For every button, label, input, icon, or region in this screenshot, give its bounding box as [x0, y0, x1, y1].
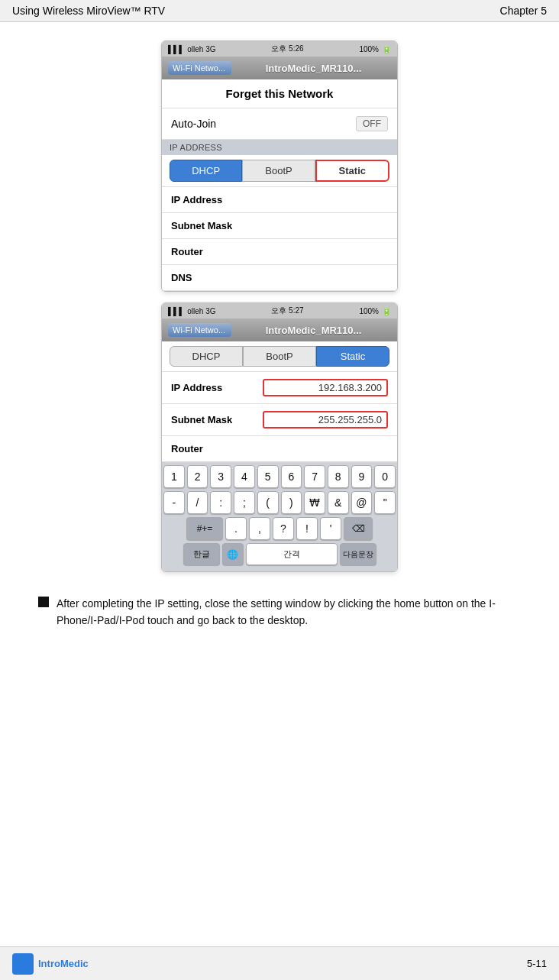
bullet-section: After completing the IP setting, close t…	[31, 583, 528, 642]
nav-back-button-1[interactable]: Wi-Fi Netwo...	[168, 61, 231, 75]
key-won[interactable]: ₩	[304, 491, 325, 514]
signal-icon-2: ▌▌▌	[168, 307, 184, 315]
key-comma[interactable]: ,	[249, 517, 270, 540]
key-1[interactable]: 1	[163, 465, 185, 488]
bullet-text: After completing the IP setting, close t…	[57, 595, 521, 629]
dns-label-1: DNS	[171, 272, 263, 283]
bullet-icon	[38, 597, 49, 607]
key-3[interactable]: 3	[210, 465, 231, 488]
key-colon[interactable]: :	[210, 491, 231, 514]
forget-network-label: Forget this Network	[226, 87, 334, 100]
ip-mode-dhcp-1[interactable]: DHCP	[170, 160, 242, 182]
key-2[interactable]: 2	[187, 465, 208, 488]
dns-field-1: DNS	[162, 265, 397, 291]
subnet-mask-label-1: Subnet Mask	[171, 220, 263, 231]
forget-network-row[interactable]: Forget this Network	[162, 79, 397, 108]
ip-mode-static-1[interactable]: Static	[315, 160, 389, 182]
subnet-mask-value-2[interactable]: 255.255.255.0	[263, 411, 388, 429]
battery-text: 100%	[359, 45, 379, 53]
ip-address-label-2: IP Address	[171, 382, 263, 393]
nav-title-2: IntroMedic_MR110...	[236, 325, 391, 336]
signal-icon: ▌▌▌	[168, 45, 184, 53]
subnet-mask-label-2: Subnet Mask	[171, 414, 263, 425]
key-hangul[interactable]: 한글	[183, 543, 220, 565]
router-field-2: Router	[162, 436, 397, 462]
subnet-mask-field-2: Subnet Mask 255.255.255.0	[162, 404, 397, 436]
page-footer: IntroMedic 5-11	[0, 946, 559, 980]
ip-mode-static-2[interactable]: Static	[316, 346, 389, 367]
keyboard-row-symbols: - / : ; ( ) ₩ & @ "	[163, 491, 396, 514]
auto-join-row: Auto-Join OFF	[162, 108, 397, 140]
nav-title-1: IntroMedic_MR110...	[236, 63, 391, 74]
key-slash[interactable]: /	[187, 491, 208, 514]
nav-back-button-2[interactable]: Wi-Fi Netwo...	[168, 323, 231, 337]
keyboard-row-language: 한글 🌐 간격 다음문장	[163, 543, 396, 565]
key-8[interactable]: 8	[328, 465, 349, 488]
nav-bar-2: Wi-Fi Netwo... IntroMedic_MR110...	[162, 319, 397, 341]
subnet-mask-field-1: Subnet Mask	[162, 213, 397, 239]
keyboard-row-numbers: 1 2 3 4 5 6 7 8 9 0	[163, 465, 396, 488]
router-field-1: Router	[162, 239, 397, 265]
carrier-text-2: olleh 3G	[187, 307, 215, 315]
auto-join-label: Auto-Join	[171, 118, 216, 130]
ip-mode-bootp-1[interactable]: BootP	[242, 160, 315, 182]
footer-logo: IntroMedic	[12, 953, 89, 975]
keyboard: 1 2 3 4 5 6 7 8 9 0 - / : ; ( ) ₩ &	[162, 462, 397, 571]
time-text-2: 오후 5:27	[271, 306, 303, 316]
footer-logo-text: IntroMedic	[38, 958, 89, 969]
ip-mode-dhcp-2[interactable]: DHCP	[170, 346, 243, 367]
nav-bar-1: Wi-Fi Netwo... IntroMedic_MR110...	[162, 57, 397, 79]
key-close-paren[interactable]: )	[281, 491, 302, 514]
ip-address-field-1: IP Address	[162, 187, 397, 213]
footer-page-number: 5-11	[527, 958, 547, 969]
key-backspace[interactable]: ⌫	[344, 517, 373, 540]
key-semicolon[interactable]: ;	[234, 491, 255, 514]
router-label-2: Router	[171, 443, 263, 454]
key-globe[interactable]: 🌐	[222, 543, 244, 565]
status-bar-1: ▌▌▌ olleh 3G 오후 5:26 100% 🔋	[162, 41, 397, 57]
key-hash-plus-eq[interactable]: #+=	[186, 517, 223, 540]
key-open-paren[interactable]: (	[257, 491, 279, 514]
screenshot-1: ▌▌▌ olleh 3G 오후 5:26 100% 🔋 Wi-Fi Netwo.…	[161, 40, 398, 292]
auto-join-toggle[interactable]: OFF	[356, 116, 388, 131]
key-9[interactable]: 9	[351, 465, 373, 488]
key-5[interactable]: 5	[257, 465, 279, 488]
key-at[interactable]: @	[351, 491, 373, 514]
key-4[interactable]: 4	[234, 465, 255, 488]
intromedic-logo-icon	[12, 953, 34, 975]
key-exclamation[interactable]: !	[296, 517, 318, 540]
key-question[interactable]: ?	[273, 517, 294, 540]
header-right: Chapter 5	[500, 5, 547, 17]
key-next-sentence[interactable]: 다음문장	[340, 543, 376, 565]
battery-icon-2: 🔋	[382, 307, 391, 315]
ip-address-label-1: IP Address	[171, 194, 263, 205]
battery-text-2: 100%	[359, 307, 379, 315]
key-period[interactable]: .	[225, 517, 247, 540]
carrier-text: olleh 3G	[187, 45, 215, 53]
battery-icon: 🔋	[382, 45, 391, 53]
key-ampersand[interactable]: &	[328, 491, 349, 514]
key-space[interactable]: 간격	[246, 543, 338, 565]
key-apostrophe[interactable]: '	[320, 517, 341, 540]
router-label-1: Router	[171, 246, 263, 257]
ip-mode-selector-1: DHCP BootP Static	[162, 155, 397, 187]
screenshot-2: ▌▌▌ olleh 3G 오후 5:27 100% 🔋 Wi-Fi Netwo.…	[161, 302, 398, 572]
page-header: Using Wireless MiroView™ RTV Chapter 5	[0, 0, 559, 22]
header-left: Using Wireless MiroView™ RTV	[12, 5, 165, 17]
ip-address-section-header: IP Address	[162, 140, 397, 155]
ip-address-value-2[interactable]: 192.168.3.200	[263, 379, 388, 396]
status-bar-2: ▌▌▌ olleh 3G 오후 5:27 100% 🔋	[162, 303, 397, 319]
key-quote[interactable]: "	[374, 491, 396, 514]
ip-address-field-2: IP Address 192.168.3.200	[162, 372, 397, 404]
main-content: ▌▌▌ olleh 3G 오후 5:26 100% 🔋 Wi-Fi Netwo.…	[0, 22, 559, 687]
ip-mode-bootp-2[interactable]: BootP	[243, 346, 316, 367]
key-7[interactable]: 7	[304, 465, 325, 488]
keyboard-row-special: #+= . , ? ! ' ⌫	[163, 517, 396, 540]
key-0[interactable]: 0	[374, 465, 396, 488]
key-dash[interactable]: -	[163, 491, 185, 514]
key-6[interactable]: 6	[281, 465, 302, 488]
ip-mode-selector-2: DHCP BootP Static	[162, 341, 397, 372]
time-text: 오후 5:26	[271, 44, 303, 54]
